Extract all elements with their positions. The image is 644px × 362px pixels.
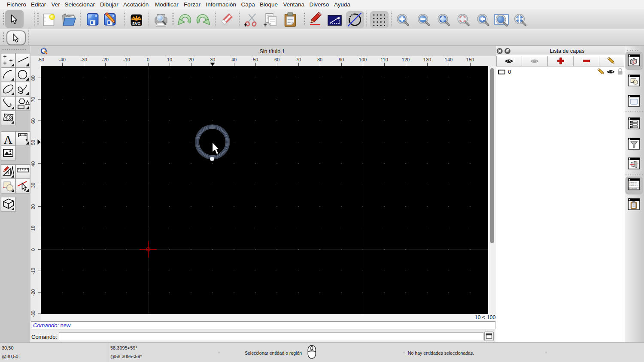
svg-text:A: A bbox=[3, 133, 12, 146]
svg-text:Comando: abc: Comando: abc bbox=[629, 182, 637, 184]
svg-text:c> command: c> command bbox=[629, 187, 637, 189]
svg-text:Comando: 30,50: Comando: 30,50 bbox=[629, 185, 638, 187]
svg-text:SVG: SVG bbox=[132, 21, 141, 26]
svg-text:Comando: line: Comando: line bbox=[629, 183, 637, 185]
